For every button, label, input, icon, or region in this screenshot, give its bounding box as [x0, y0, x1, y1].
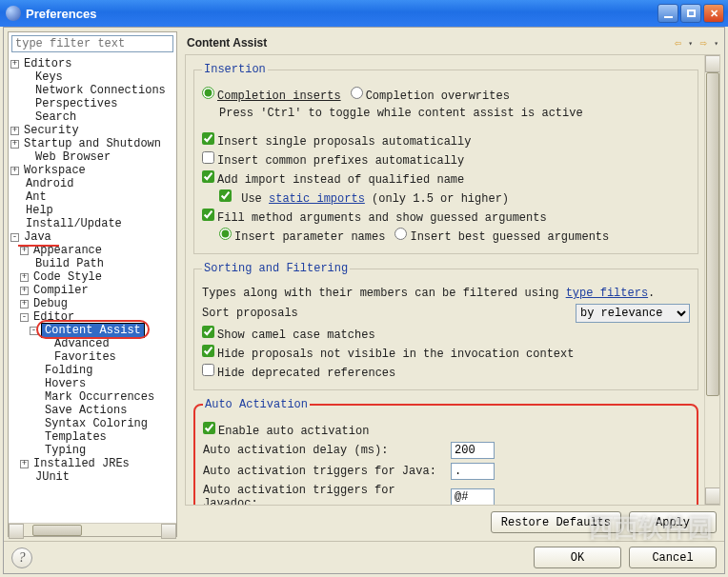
tree-item[interactable]: Ant [10, 190, 176, 204]
tree-item-label: Web Browser [33, 150, 112, 164]
tree-item[interactable]: Templates [10, 430, 176, 444]
tree-item-label: Network Connections [33, 84, 168, 97]
collapse-icon[interactable]: - [30, 327, 38, 335]
insert-parameter-names-radio[interactable]: Insert parameter names [219, 228, 385, 244]
tree-item[interactable]: -Content Assist [10, 324, 176, 337]
tree-item-label: Install/Update [24, 217, 124, 230]
type-filters-link[interactable]: type filters [566, 287, 648, 300]
help-icon[interactable]: ? [11, 547, 32, 568]
tree-item[interactable]: +Code Style [10, 270, 176, 284]
hide-invocation-checkbox[interactable]: Hide proposals not visible in the invoca… [202, 345, 574, 361]
static-imports-link[interactable]: static imports [269, 192, 365, 206]
tree-item-label: Editors [22, 57, 73, 70]
forward-dropdown-icon[interactable]: ▾ [714, 39, 718, 48]
expand-icon[interactable]: + [10, 167, 19, 175]
content-vscrollbar[interactable] [704, 55, 719, 505]
tree-item[interactable]: Search [10, 110, 176, 124]
tree-item[interactable]: Keys [10, 70, 176, 84]
tree-item[interactable]: Network Connections [10, 84, 176, 97]
enable-auto-activation-checkbox[interactable]: Enable auto activation [203, 422, 369, 438]
tree-item[interactable]: Folding [10, 364, 176, 377]
ok-button[interactable]: OK [534, 547, 621, 568]
tree-item[interactable]: +Startup and Shutdown [10, 137, 176, 150]
sort-proposals-label: Sort proposals [202, 307, 298, 320]
toggle-note: Press 'Ctrl' to toggle while content ass… [219, 107, 583, 120]
show-camel-case-checkbox[interactable]: Show camel case matches [202, 326, 375, 342]
expand-icon[interactable]: + [20, 460, 29, 468]
apply-button[interactable]: Apply [629, 511, 717, 533]
use-static-imports-checkbox[interactable]: Use static imports (only 1.5 or higher) [219, 189, 509, 206]
auto-activation-group: Auto Activation Enable auto activation A… [193, 398, 698, 506]
tree-item[interactable]: +Security [10, 124, 176, 137]
tree-item[interactable]: Mark Occurrences [10, 390, 176, 404]
tree-item[interactable]: Perspectives [10, 97, 176, 110]
add-import-checkbox[interactable]: Add import instead of qualified name [202, 170, 464, 187]
back-dropdown-icon[interactable]: ▾ [688, 39, 693, 48]
back-arrow-icon[interactable] [671, 36, 684, 50]
insertion-legend: Insertion [202, 63, 268, 76]
tree-item[interactable]: Favorites [10, 350, 176, 364]
tree-item[interactable]: +Appearance [10, 244, 176, 257]
hide-deprecated-checkbox[interactable]: Hide deprecated references [202, 364, 395, 380]
expand-icon[interactable]: + [20, 247, 29, 255]
filter-input[interactable] [11, 35, 173, 52]
fill-method-arguments-checkbox[interactable]: Fill method arguments and show guessed a… [202, 209, 547, 225]
tree-panel: +EditorsKeysNetwork ConnectionsPerspecti… [8, 31, 177, 537]
expand-icon[interactable]: + [10, 60, 19, 69]
cancel-button[interactable]: Cancel [629, 547, 717, 568]
tree-item[interactable]: Syntax Coloring [10, 417, 176, 430]
tree-item-label: Templates [43, 430, 109, 444]
tree-item[interactable]: Help [10, 204, 176, 217]
tree-item-label: Search [33, 110, 78, 124]
sort-proposals-select[interactable]: by relevance [576, 304, 690, 323]
tree-hscrollbar[interactable] [9, 523, 176, 536]
collapse-icon[interactable]: - [10, 233, 19, 242]
expand-icon[interactable]: + [20, 273, 29, 282]
tree-item[interactable]: +Installed JREs [10, 457, 176, 470]
forward-arrow-icon[interactable] [697, 36, 710, 50]
tree-item[interactable]: Advanced [10, 337, 176, 350]
tree-item[interactable]: -Java [10, 230, 176, 244]
restore-defaults-button[interactable]: Restore Defaults [491, 511, 621, 533]
tree-item[interactable]: Android [10, 177, 176, 190]
expand-icon[interactable]: + [20, 287, 29, 295]
tree-item[interactable]: Hovers [10, 377, 176, 390]
tree-item[interactable]: -Editor [10, 310, 176, 324]
collapse-icon[interactable]: - [20, 313, 29, 322]
tree-item[interactable]: Build Path [10, 257, 176, 270]
tree-item[interactable]: Web Browser [10, 150, 176, 164]
triggers-javadoc-label: Auto activation triggers for Javadoc: [203, 484, 451, 506]
sash[interactable] [179, 28, 183, 541]
tree-item-label: Mark Occurrences [43, 390, 156, 404]
tree-item-label: Debug [31, 297, 70, 310]
tree-item[interactable]: Save Actions [10, 404, 176, 417]
completion-inserts-radio[interactable]: Completion inserts [202, 87, 341, 103]
tree-item[interactable]: Typing [10, 444, 176, 457]
expand-icon[interactable]: + [10, 140, 19, 149]
tree-item[interactable]: Install/Update [10, 217, 176, 230]
tree-item[interactable]: +Editors [10, 57, 176, 70]
sorting-legend: Sorting and Filtering [202, 262, 350, 275]
tree-item[interactable]: +Workspace [10, 164, 176, 177]
window-close-button[interactable] [703, 4, 724, 23]
completion-overwrites-radio[interactable]: Completion overwrites [351, 87, 510, 103]
expand-icon[interactable]: + [10, 127, 19, 135]
triggers-java-input[interactable] [451, 463, 495, 480]
insert-best-guessed-radio[interactable]: Insert best guessed arguments [394, 228, 609, 244]
expand-icon[interactable]: + [20, 300, 29, 308]
auto-delay-input[interactable] [451, 442, 495, 459]
insert-single-proposals-checkbox[interactable]: Insert single proposals automatically [202, 132, 471, 149]
scrollbar-thumb[interactable] [32, 525, 82, 536]
window-maximize-button[interactable] [680, 4, 701, 23]
tree-item[interactable]: +Compiler [10, 284, 176, 297]
titlebar[interactable]: Preferences [0, 0, 728, 27]
preference-tree[interactable]: +EditorsKeysNetwork ConnectionsPerspecti… [9, 55, 176, 523]
minimize-icon [664, 16, 673, 18]
tree-item[interactable]: JUnit [10, 470, 176, 484]
tree-item-label: Ant [24, 190, 49, 204]
tree-item[interactable]: +Debug [10, 297, 176, 310]
insert-common-prefixes-checkbox[interactable]: Insert common prefixes automatically [202, 151, 464, 168]
window-minimize-button[interactable] [657, 4, 678, 23]
triggers-javadoc-input[interactable] [451, 488, 495, 506]
scrollbar-thumb[interactable] [706, 72, 719, 396]
